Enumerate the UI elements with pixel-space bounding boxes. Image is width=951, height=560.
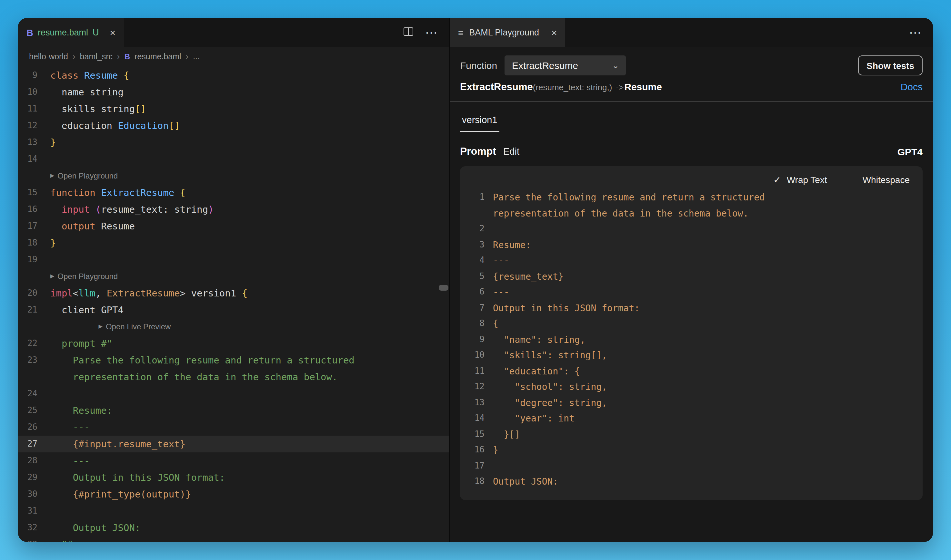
code-editor[interactable]: 9class Resume {10 name string11 skills s… — [18, 66, 449, 542]
wrap-text-toggle[interactable]: ✓ Wrap Text — [773, 175, 827, 185]
code-line[interactable]: 15function ExtractResume { — [18, 184, 449, 201]
code-text: name string — [50, 84, 124, 100]
more-actions-icon[interactable]: ⋯ — [909, 26, 923, 38]
code-line[interactable]: 24 — [18, 385, 449, 402]
tab-version1[interactable]: version1 — [460, 115, 499, 132]
pane-resize-handle[interactable] — [439, 285, 448, 291]
code-line[interactable]: 19 — [18, 251, 449, 268]
code-line[interactable]: 30 {#print_type(output)} — [18, 486, 449, 503]
code-text: skills string[] — [50, 100, 146, 117]
split-editor-icon[interactable] — [403, 27, 414, 38]
prompt-text: Output in this JSON format: — [493, 300, 640, 316]
code-line[interactable]: 32 Output JSON: — [18, 519, 449, 536]
code-line[interactable]: 12 education Education[] — [18, 117, 449, 134]
code-line[interactable]: 18} — [18, 235, 449, 251]
code-line[interactable]: 22 prompt #" — [18, 335, 449, 352]
codelens-link[interactable]: ▶Open Playground — [50, 268, 118, 285]
function-label: Function — [460, 60, 497, 71]
line-number: 2 — [470, 221, 485, 237]
code-line[interactable]: 23 Parse the following resume and return… — [18, 352, 449, 369]
prompt-toolbar: ✓ Wrap Text Whitespace — [470, 175, 912, 185]
codelens-link[interactable]: ▶Open Playground — [50, 168, 118, 184]
close-tab-icon[interactable]: × — [551, 28, 557, 37]
more-actions-icon[interactable]: ⋯ — [425, 26, 439, 38]
scale-root: B resume.baml U × ⋯ hel — [0, 0, 951, 560]
code-line[interactable]: 9class Resume { — [18, 67, 449, 84]
code-line[interactable]: 21 client GPT4 — [18, 302, 449, 318]
code-line[interactable]: 29 Output in this JSON format: — [18, 469, 449, 486]
prompt-line: 12 "school": string, — [470, 379, 912, 395]
line-number: 22 — [18, 335, 37, 352]
desktop-background: B resume.baml U × ⋯ hel — [0, 0, 951, 560]
codelens-row[interactable]: ▶Open Playground — [18, 268, 449, 285]
line-number: 13 — [470, 395, 485, 411]
code-text: client GPT4 — [50, 302, 124, 318]
show-tests-button[interactable]: Show tests — [858, 55, 923, 75]
prompt-text: "education": { — [493, 363, 580, 379]
tab-resume-baml[interactable]: B resume.baml U × — [18, 18, 124, 47]
prompt-line: 8{ — [470, 316, 912, 332]
prompt-line: 3Resume: — [470, 237, 912, 252]
rendered-prompt: 1Parse the following resume and return a… — [470, 189, 912, 489]
code-line[interactable]: 17 output Resume — [18, 218, 449, 235]
line-number: 10 — [18, 84, 37, 100]
code-line[interactable]: 20impl<llm, ExtractResume> version1 { — [18, 285, 449, 302]
line-number: 15 — [18, 184, 37, 201]
breadcrumb-item-root[interactable]: hello-world — [29, 52, 68, 61]
prompt-line: 2 — [470, 221, 912, 237]
code-line[interactable]: 33 "# — [18, 536, 449, 542]
tab-label: resume.baml — [38, 28, 88, 37]
breadcrumb-item-more[interactable]: ... — [193, 52, 200, 61]
code-line[interactable]: 14 — [18, 151, 449, 168]
prompt-line: 11 "education": { — [470, 363, 912, 379]
function-dropdown-value: ExtractResume — [512, 60, 578, 71]
line-number: 13 — [18, 134, 37, 151]
breadcrumb-item-file[interactable]: resume.baml — [134, 52, 181, 61]
code-text: } — [50, 134, 56, 151]
code-text: prompt #" — [50, 335, 112, 352]
codelens-link[interactable]: ▶Open Live Preview — [50, 318, 171, 335]
prompt-line: 5{resume_text} — [470, 268, 912, 284]
code-line[interactable]: 25 Resume: — [18, 402, 449, 419]
prompt-text: Resume: — [493, 237, 531, 252]
breadcrumb-item-folder[interactable]: baml_src — [80, 52, 113, 61]
tab-bar-spacer — [124, 18, 403, 47]
line-number: 17 — [470, 458, 485, 474]
prompt-text: "school": string, — [493, 379, 607, 395]
prompt-line: 14 "year": int — [470, 411, 912, 426]
codelens-row[interactable]: ▶Open Playground — [18, 168, 449, 184]
code-text: --- — [50, 419, 90, 435]
line-number: 10 — [470, 347, 485, 363]
prompt-line: 13 "degree": string, — [470, 395, 912, 411]
line-number: 11 — [18, 100, 37, 117]
edit-link[interactable]: Edit — [503, 146, 519, 157]
line-number — [470, 205, 485, 221]
codelens-label: Open Playground — [57, 168, 118, 184]
code-line[interactable]: 11 skills string[] — [18, 100, 449, 117]
code-line[interactable]: representation of the data in the schema… — [18, 369, 449, 385]
codelens-row[interactable]: ▶Open Live Preview — [18, 318, 449, 335]
line-number: 21 — [18, 302, 37, 318]
code-line[interactable]: 16 input (resume_text: string) — [18, 201, 449, 218]
line-number: 14 — [18, 151, 37, 168]
function-dropdown[interactable]: ExtractResume ⌄ — [504, 55, 625, 75]
tab-baml-playground[interactable]: ≡ BAML Playground × — [450, 18, 565, 47]
code-line[interactable]: 31 — [18, 503, 449, 519]
docs-link[interactable]: Docs — [901, 81, 923, 92]
chevron-right-icon: › — [73, 52, 76, 61]
line-number: 12 — [470, 379, 485, 395]
close-tab-icon[interactable]: × — [110, 28, 116, 37]
code-line[interactable]: 10 name string — [18, 84, 449, 100]
code-line[interactable]: 27 {#input.resume_text} — [18, 435, 449, 452]
code-text: {#print_type(output)} — [50, 486, 191, 503]
whitespace-toggle[interactable]: Whitespace — [863, 175, 910, 185]
playground-tab-actions: ⋯ — [909, 18, 923, 47]
playground-list-icon: ≡ — [458, 28, 463, 38]
code-line[interactable]: 26 --- — [18, 419, 449, 435]
code-line[interactable]: 13} — [18, 134, 449, 151]
playground-tab-bar: ≡ BAML Playground × ⋯ — [450, 18, 933, 47]
line-number: 7 — [470, 300, 485, 316]
prompt-preview-panel: ✓ Wrap Text Whitespace 1Parse the follow… — [460, 166, 923, 500]
version-tabs: version1 — [460, 114, 923, 132]
code-line[interactable]: 28 --- — [18, 452, 449, 469]
